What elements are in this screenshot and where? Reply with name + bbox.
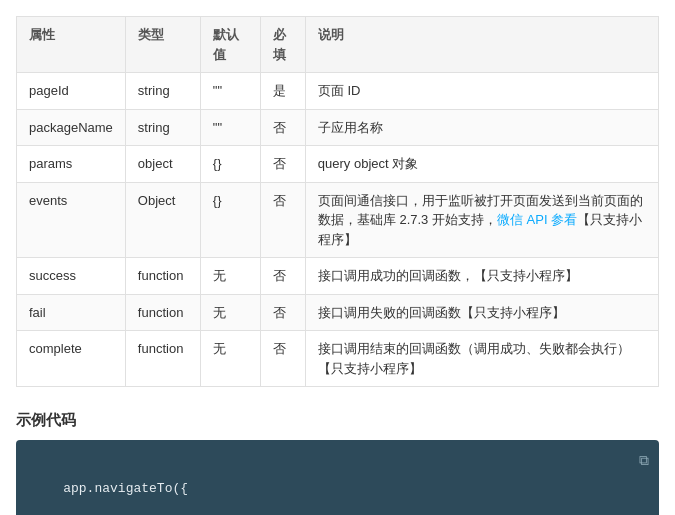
cell-type: function <box>125 258 200 295</box>
table-row: eventsObject{}否页面间通信接口，用于监听被打开页面发送到当前页面的… <box>17 182 659 258</box>
table-row: failfunction无否接口调用失败的回调函数【只支持小程序】 <box>17 294 659 331</box>
cell-required: 否 <box>260 294 305 331</box>
table-row: packageNamestring""否子应用名称 <box>17 109 659 146</box>
cell-type: string <box>125 73 200 110</box>
table-row: successfunction无否接口调用成功的回调函数，【只支持小程序】 <box>17 258 659 295</box>
code-block: ⧉ app.navigateTo({ pageId: 'index', // 页… <box>16 440 659 515</box>
cell-default: 无 <box>200 258 260 295</box>
copy-icon[interactable]: ⧉ <box>639 450 649 474</box>
cell-type: Object <box>125 182 200 258</box>
table-row: completefunction无否接口调用结束的回调函数（调用成功、失败都会执… <box>17 331 659 387</box>
cell-desc: 接口调用结束的回调函数（调用成功、失败都会执行）【只支持小程序】 <box>305 331 658 387</box>
cell-default: "" <box>200 73 260 110</box>
cell-default: {} <box>200 182 260 258</box>
cell-default: 无 <box>200 331 260 387</box>
cell-desc: query object 对象 <box>305 146 658 183</box>
cell-attr: pageId <box>17 73 126 110</box>
cell-type: string <box>125 109 200 146</box>
cell-desc: 接口调用成功的回调函数，【只支持小程序】 <box>305 258 658 295</box>
cell-desc: 页面间通信接口，用于监听被打开页面发送到当前页面的数据，基础库 2.7.3 开始… <box>305 182 658 258</box>
header-desc: 说明 <box>305 17 658 73</box>
table-row: paramsobject{}否query object 对象 <box>17 146 659 183</box>
cell-attr: complete <box>17 331 126 387</box>
header-default: 默认值 <box>200 17 260 73</box>
cell-desc: 页面 ID <box>305 73 658 110</box>
table-row: pageIdstring""是页面 ID <box>17 73 659 110</box>
header-type: 类型 <box>125 17 200 73</box>
code-line-1: app.navigateTo({ <box>32 456 619 515</box>
header-required: 必填 <box>260 17 305 73</box>
cell-required: 否 <box>260 109 305 146</box>
cell-required: 否 <box>260 146 305 183</box>
cell-default: 无 <box>200 294 260 331</box>
cell-attr: packageName <box>17 109 126 146</box>
cell-required: 否 <box>260 182 305 258</box>
cell-required: 是 <box>260 73 305 110</box>
cell-type: function <box>125 331 200 387</box>
header-attr: 属性 <box>17 17 126 73</box>
cell-required: 否 <box>260 331 305 387</box>
cell-attr: success <box>17 258 126 295</box>
cell-attr: events <box>17 182 126 258</box>
api-table: 属性 类型 默认值 必填 说明 pageIdstring""是页面 IDpack… <box>16 16 659 387</box>
cell-desc: 接口调用失败的回调函数【只支持小程序】 <box>305 294 658 331</box>
cell-type: object <box>125 146 200 183</box>
cell-type: function <box>125 294 200 331</box>
cell-default: {} <box>200 146 260 183</box>
api-link[interactable]: 微信 API 参看 <box>497 212 577 227</box>
cell-required: 否 <box>260 258 305 295</box>
cell-desc: 子应用名称 <box>305 109 658 146</box>
cell-attr: params <box>17 146 126 183</box>
cell-default: "" <box>200 109 260 146</box>
section-title: 示例代码 <box>16 411 659 430</box>
cell-attr: fail <box>17 294 126 331</box>
